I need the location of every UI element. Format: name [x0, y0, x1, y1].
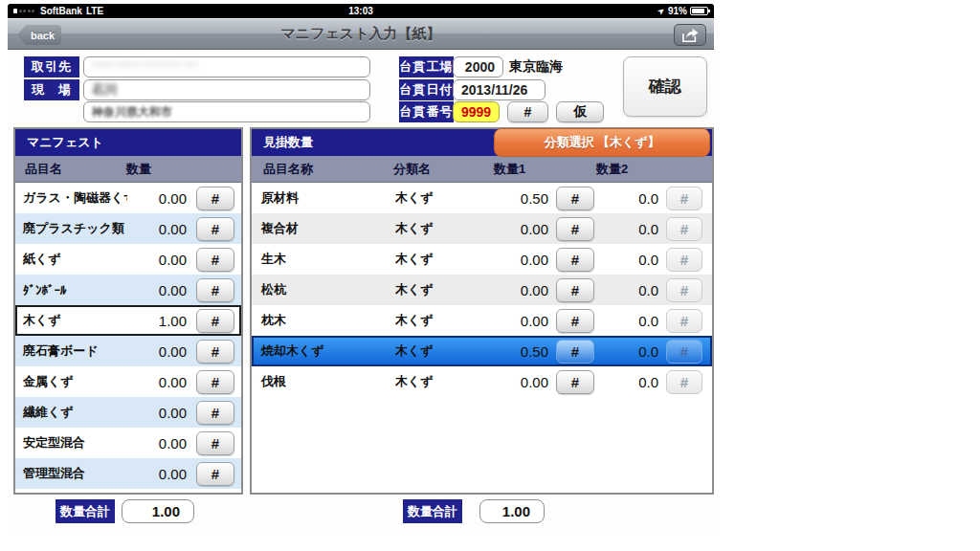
- apparent-row[interactable]: 枕木木くず0.00#0.0#: [252, 305, 712, 336]
- item-qty: 0.00: [127, 435, 187, 452]
- manifest-total-label: 数量合計: [56, 499, 115, 523]
- item-qty1: 0.00: [496, 374, 548, 390]
- apparent-row[interactable]: 焼却木くず木くず0.50#0.0#: [252, 336, 712, 366]
- scale-date-field[interactable]: 2013/11/26: [453, 79, 546, 100]
- apparent-row[interactable]: 原材料木くず0.50#0.0#: [252, 183, 712, 213]
- item-name: ﾀﾞﾝﾎﾞｰﾙ: [15, 283, 127, 298]
- col-qty1: 数量1: [494, 161, 596, 178]
- manifest-rows: ガラス・陶磁器くず0.00#廃プラスチック類0.00#紙くず0.00#ﾀﾞﾝﾎﾞ…: [15, 183, 241, 489]
- page: SoftBank LTE 13:03 ➤ 91% back マニフェスト入力【紙…: [0, 0, 980, 551]
- item-qty: 0.00: [127, 252, 187, 268]
- numpad-button: #: [666, 370, 702, 394]
- numpad-button[interactable]: #: [556, 370, 594, 394]
- numpad-button[interactable]: #: [556, 309, 594, 333]
- site-label: 現 場: [24, 79, 79, 100]
- clock: 13:03: [8, 6, 714, 16]
- manifest-row[interactable]: 廃石膏ボード0.00#: [15, 336, 241, 366]
- item-name: 木くず: [15, 312, 127, 329]
- item-qty1: 0.00: [496, 313, 548, 329]
- numpad-button[interactable]: #: [196, 187, 234, 210]
- numpad-button[interactable]: #: [556, 217, 594, 241]
- manifest-row[interactable]: 安定型混合0.00#: [15, 428, 241, 458]
- scale-factory-label: 台貫工場: [399, 56, 454, 77]
- item-category: 木くず: [395, 312, 496, 329]
- confirm-button[interactable]: 確認: [623, 56, 707, 117]
- apparent-total-label: 数量合計: [403, 499, 462, 523]
- manifest-row[interactable]: ガラス・陶磁器くず0.00#: [15, 183, 241, 213]
- manifest-row[interactable]: 木くず1.00#: [15, 305, 241, 336]
- item-qty: 0.00: [127, 282, 187, 298]
- share-button[interactable]: [674, 24, 706, 46]
- numpad-button[interactable]: #: [196, 217, 234, 241]
- apparent-row[interactable]: 松杭木くず0.00#0.0#: [252, 275, 712, 305]
- numpad-button[interactable]: #: [196, 462, 234, 486]
- numpad-button[interactable]: #: [196, 431, 234, 455]
- apparent-row[interactable]: 生木木くず0.00#0.0#: [252, 244, 712, 275]
- manifest-table-title: マニフェスト: [15, 129, 241, 156]
- scale-number-label: 台貫番号: [399, 101, 454, 122]
- manifest-row[interactable]: 紙くず0.00#: [15, 244, 241, 275]
- manifest-row[interactable]: 金属くず0.00#: [15, 366, 241, 397]
- item-category: 木くず: [395, 373, 496, 390]
- site-field[interactable]: 石川: [83, 79, 370, 100]
- item-category: 木くず: [395, 251, 496, 268]
- apparent-row[interactable]: 伐根木くず0.00#0.0#: [252, 366, 712, 397]
- apparent-total-field: 1.00: [479, 499, 545, 523]
- item-name: 枕木: [252, 312, 395, 329]
- item-category: 木くず: [395, 189, 496, 207]
- status-bar: SoftBank LTE 13:03 ➤ 91%: [8, 4, 714, 18]
- scale-date-label: 台貫日付: [399, 79, 454, 100]
- scale-number-numpad-button[interactable]: #: [507, 101, 548, 122]
- numpad-button: #: [666, 340, 702, 364]
- numpad-button[interactable]: #: [196, 401, 234, 425]
- apparent-table-title: 見掛数量 分類選択 【木くず】: [252, 129, 712, 156]
- col-item-name: 品目名称: [252, 161, 393, 178]
- numpad-button[interactable]: #: [196, 370, 234, 394]
- item-qty2: 0.0: [606, 313, 658, 329]
- client-value-redacted: 〇〇〇 〇〇〇 〇〇〇〇〇 〇〇: [92, 59, 198, 70]
- item-name: 複合材: [252, 220, 395, 237]
- scale-factory-code-field[interactable]: 2000: [453, 56, 503, 77]
- numpad-button[interactable]: #: [196, 248, 234, 272]
- numpad-button[interactable]: #: [556, 187, 594, 210]
- numpad-button[interactable]: #: [556, 248, 594, 272]
- numpad-button: #: [666, 248, 702, 272]
- item-qty1: 0.00: [496, 252, 548, 268]
- numpad-button[interactable]: #: [556, 340, 594, 364]
- scale-number-field[interactable]: 9999: [453, 101, 500, 122]
- col-qty2: 数量2: [596, 161, 687, 178]
- numpad-button[interactable]: #: [556, 278, 594, 302]
- item-name: ガラス・陶磁器くず: [15, 189, 127, 207]
- site-address-redacted: 神奈川県大和市: [92, 104, 172, 121]
- item-qty: 0.00: [127, 466, 187, 482]
- manifest-row[interactable]: 管理型混合0.00#: [15, 458, 241, 489]
- numpad-button[interactable]: #: [196, 340, 234, 364]
- item-name: 原材料: [252, 189, 395, 207]
- item-qty2: 0.0: [606, 190, 658, 207]
- numpad-button: #: [666, 278, 702, 302]
- client-field[interactable]: 〇〇〇 〇〇〇 〇〇〇〇〇 〇〇: [83, 56, 370, 77]
- item-qty1: 0.00: [496, 221, 548, 237]
- battery-percent: 91%: [668, 6, 687, 16]
- temp-button[interactable]: 仮: [556, 101, 604, 122]
- category-select-button[interactable]: 分類選択 【木くず】: [494, 128, 710, 157]
- site-value-redacted: 石川: [92, 81, 117, 99]
- item-name: 廃石膏ボード: [15, 342, 127, 360]
- manifest-row[interactable]: 繊維くず0.00#: [15, 397, 241, 428]
- numpad-button[interactable]: #: [196, 278, 234, 302]
- location-arrow-icon: ➤: [657, 6, 666, 15]
- app-window: SoftBank LTE 13:03 ➤ 91% back マニフェスト入力【紙…: [8, 4, 714, 536]
- numpad-button: #: [666, 187, 702, 210]
- item-category: 木くず: [395, 342, 496, 360]
- item-qty1: 0.50: [496, 190, 548, 207]
- item-qty2: 0.0: [606, 252, 658, 268]
- apparent-row[interactable]: 複合材木くず0.00#0.0#: [252, 213, 712, 244]
- item-qty: 1.00: [127, 313, 187, 329]
- manifest-total-field: 1.00: [122, 499, 194, 523]
- manifest-row[interactable]: 廃プラスチック類0.00#: [15, 213, 241, 244]
- item-qty1: 0.00: [496, 282, 548, 298]
- numpad-button[interactable]: #: [196, 309, 234, 333]
- item-qty2: 0.0: [606, 221, 658, 237]
- site-address-field[interactable]: 神奈川県大和市: [83, 101, 370, 122]
- manifest-row[interactable]: ﾀﾞﾝﾎﾞｰﾙ0.00#: [15, 275, 241, 305]
